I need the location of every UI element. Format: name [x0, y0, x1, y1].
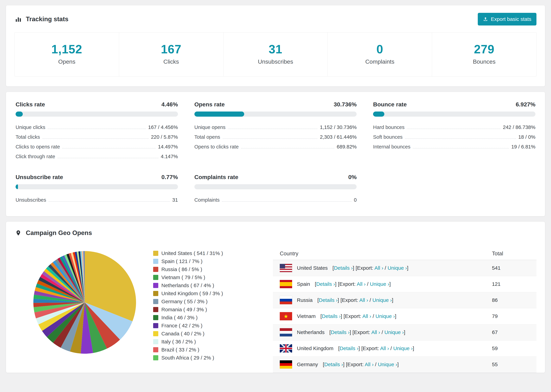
legend-item: Brazil ( 33 / 2% ) [153, 347, 273, 353]
dotted-leader [413, 148, 509, 148]
geo-export-all-link[interactable]: All › [359, 297, 368, 303]
geo-export-unique-link[interactable]: Unique › [388, 265, 407, 271]
progress-bar [373, 112, 536, 117]
rate-value: 4.46% [161, 101, 178, 108]
rate-row-value: 220 / 5.87% [151, 134, 178, 140]
legend-item: Russia ( 86 / 5% ) [153, 266, 273, 272]
legend-label: Germany ( 55 / 3% ) [161, 299, 208, 304]
rate-row-label: Complaints [194, 197, 220, 203]
rate-row-label: Hard bounces [373, 124, 404, 130]
geo-export-all-link[interactable]: All › [380, 345, 389, 351]
legend-label: Brazil ( 33 / 2% ) [161, 347, 199, 353]
geo-total-cell: 121 [492, 281, 530, 287]
flag-nl-icon [280, 328, 292, 336]
rate-rows: Complaints0 [194, 195, 357, 205]
tracking-stats-card: Tracking stats Export basic stats 1,152O… [6, 5, 545, 87]
geo-details-link[interactable]: Details › [331, 329, 350, 335]
geo-pie-chart [16, 245, 153, 357]
rate-title: Clicks rate [15, 101, 45, 108]
country-name: Russia [297, 297, 313, 303]
progress-bar [194, 184, 357, 189]
legend-swatch [153, 267, 158, 272]
dotted-leader [48, 129, 146, 129]
geo-export-unique-link[interactable]: Unique › [384, 329, 404, 335]
geo-export-unique-link[interactable]: Unique › [370, 281, 389, 287]
rate-rows: Unique clicks167 / 4.456%Total clicks220… [15, 122, 178, 161]
rate-block-opens: Opens rate30.736%Unique opens1,152 / 30.… [194, 101, 357, 161]
dotted-leader [62, 148, 155, 148]
progress-bar [15, 184, 178, 189]
geo-details-link[interactable]: Details › [319, 297, 338, 303]
geo-header: Campaign Geo Opens [6, 222, 545, 243]
geo-export-unique-link[interactable]: Unique › [375, 313, 395, 319]
geo-details-link[interactable]: Details › [340, 345, 359, 351]
geo-details-link[interactable]: Details › [334, 265, 353, 271]
geo-export-all-link[interactable]: All › [374, 265, 383, 271]
geo-export-all-link[interactable]: All › [371, 329, 380, 335]
geo-export-unique-link[interactable]: Unique › [378, 362, 397, 367]
geo-export-all-link[interactable]: All › [365, 362, 374, 367]
geo-table-row: Netherlands [Details ›] [Export: All › /… [273, 324, 537, 340]
legend-label: Romania ( 49 / 3% ) [161, 307, 207, 313]
legend-swatch [153, 331, 158, 336]
geo-row-links: [Details ›] [Export: All › / Unique ›] [318, 297, 393, 303]
flag-de-icon [280, 360, 292, 369]
stat-boxes: 1,152Opens167Clicks31Unsubscribes0Compla… [14, 32, 537, 77]
rate-row: Unique clicks167 / 4.456% [15, 122, 178, 132]
rate-rows: Unique opens1,152 / 30.736%Total opens2,… [194, 122, 357, 152]
stat-value: 31 [224, 42, 328, 56]
geo-total-cell: 67 [492, 329, 530, 335]
rate-row-label: Unsubscribes [15, 197, 46, 203]
geo-export-all-link[interactable]: All › [357, 281, 366, 287]
country-name: Vietnam [297, 313, 316, 319]
dotted-leader [241, 148, 334, 148]
stat-label: Unsubscribes [224, 58, 328, 65]
dotted-leader [222, 201, 352, 202]
legend-swatch [153, 291, 158, 296]
progress-bar-fill [373, 112, 384, 117]
geo-table-row: United States [Details ›] [Export: All ›… [273, 260, 537, 276]
progress-bar [194, 112, 357, 117]
geo-country-cell: United Kingdom [Details ›] [Export: All … [280, 344, 492, 352]
rate-value: 0.77% [161, 174, 178, 181]
rate-row-value: 0 [354, 197, 357, 203]
progress-bar [15, 112, 178, 117]
progress-bar-fill [15, 184, 18, 189]
legend-item: Vietnam ( 79 / 5% ) [153, 274, 273, 280]
geo-country-cell: Russia [Details ›] [Export: All › / Uniq… [280, 296, 492, 304]
rate-row: Clicks to opens rate14.497% [15, 142, 178, 152]
rate-row: Total opens2,303 / 61.446% [194, 132, 357, 142]
geo-export-unique-link[interactable]: Unique › [393, 345, 413, 351]
geo-details-link[interactable]: Details › [324, 362, 343, 367]
geo-details-link[interactable]: Details › [322, 313, 341, 319]
rate-value: 6.927% [516, 101, 536, 108]
tracking-stats-header: Tracking stats Export basic stats [6, 5, 545, 31]
rate-value: 0% [348, 174, 357, 181]
geo-details-link[interactable]: Details › [316, 281, 335, 287]
stat-value: 279 [432, 42, 536, 56]
legend-item: Italy ( 36 / 2% ) [153, 339, 273, 345]
geo-row-links: [Details ›] [Export: All › / Unique ›] [329, 329, 405, 335]
export-basic-stats-button[interactable]: Export basic stats [478, 13, 537, 26]
geo-export-all-link[interactable]: All › [362, 313, 371, 319]
rate-row: Hard bounces242 / 86.738% [373, 122, 536, 132]
legend-item: United States ( 541 / 31% ) [153, 250, 273, 256]
stat-box-unsubscribes: 31Unsubscribes [223, 33, 328, 76]
geo-total-cell: 86 [492, 297, 530, 303]
country-name: Netherlands [297, 329, 325, 335]
rate-rows: Unsubscribes31 [15, 195, 178, 205]
geo-total-cell: 79 [492, 313, 530, 319]
legend-label: Italy ( 36 / 2% ) [161, 339, 196, 345]
geo-table-row: Russia [Details ›] [Export: All › / Uniq… [273, 292, 537, 308]
geo-total-cell: 55 [492, 362, 530, 367]
legend-label: South Africa ( 29 / 2% ) [161, 355, 214, 361]
progress-bar-fill [15, 112, 23, 117]
rate-row: Total clicks220 / 5.87% [15, 132, 178, 142]
geo-export-unique-link[interactable]: Unique › [373, 297, 392, 303]
flag-gb-icon [280, 344, 292, 352]
legend-label: United Kingdom ( 59 / 3% ) [161, 291, 223, 296]
legend-label: France ( 42 / 2% ) [161, 323, 202, 329]
stat-label: Opens [15, 58, 119, 65]
rate-row-value: 19 / 6.81% [511, 144, 536, 150]
legend-item: Canada ( 40 / 2% ) [153, 331, 273, 336]
